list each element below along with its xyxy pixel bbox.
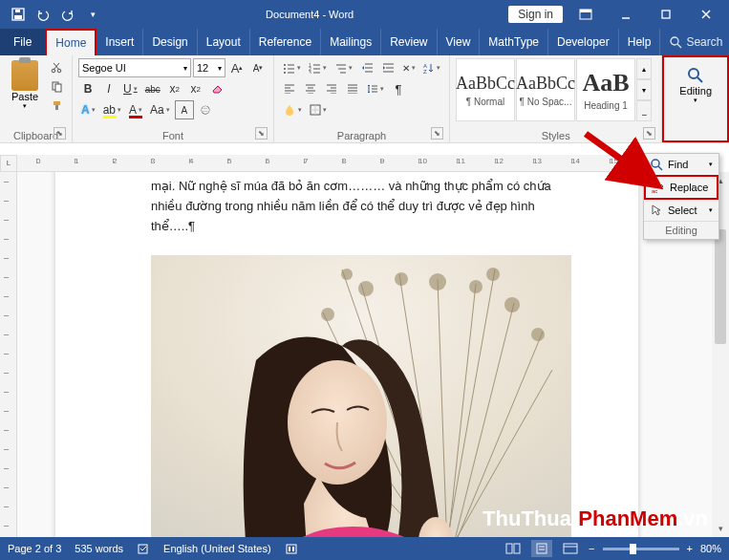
paste-button[interactable]: Paste ▾ [6,58,44,112]
replace-menuitem[interactable]: abac Replace [644,175,718,200]
align-right-button[interactable] [322,79,341,98]
find-menuitem[interactable]: Find ▾ [644,154,718,175]
align-center-button[interactable] [301,79,320,98]
style-nospacing[interactable]: AaBbCc¶ No Spac... [516,58,575,121]
sort-button[interactable]: AZ [420,58,443,77]
increase-indent-button[interactable] [378,58,397,77]
paragraph-text[interactable]: mại. Nữ nghệ sĩ múa đã bỏ ăn cơm……… và n… [151,177,581,236]
superscript-button[interactable]: x2 [186,79,205,98]
paragraph-launcher[interactable]: ⬊ [431,127,443,140]
outdent-icon [361,62,374,74]
redo-icon[interactable] [57,4,78,25]
word-count[interactable]: 535 words [75,543,123,554]
char-border-button[interactable]: A [175,100,194,119]
clipboard-launcher[interactable]: ⬊ [54,127,66,140]
styles-expand[interactable]: ⎯ [636,100,652,121]
select-menuitem[interactable]: Select ▾ [644,200,718,221]
text-effects-button[interactable]: A [78,100,98,119]
tab-insert[interactable]: Insert [96,29,143,55]
show-hide-button[interactable]: ¶ [389,79,408,98]
decrease-indent-button[interactable] [357,58,376,77]
save-icon[interactable] [8,4,29,25]
enclose-char-button[interactable]: ㊁ [196,100,215,119]
font-size-select[interactable]: 12▾ [193,58,225,77]
embedded-image[interactable] [151,255,571,537]
editing-button[interactable]: Editing ▾ [670,60,721,110]
font-launcher[interactable]: ⬊ [255,127,268,140]
line-spacing-button[interactable] [364,79,387,98]
clear-format-button[interactable] [207,79,228,98]
vertical-ruler[interactable] [0,172,17,537]
horizontal-ruler[interactable]: 01234567891011121314151617 [17,155,712,172]
language-indicator[interactable]: English (United States) [163,543,271,554]
zoom-out-button[interactable]: − [589,543,594,554]
tab-design[interactable]: Design [143,29,197,55]
copy-button[interactable] [47,77,66,95]
zoom-level[interactable]: 80% [700,543,721,554]
styles-scroll-up[interactable]: ▴ [636,58,652,79]
read-mode-icon[interactable] [503,540,524,557]
page[interactable]: mại. Nữ nghệ sĩ múa đã bỏ ăn cơm……… và n… [55,172,638,537]
styles-launcher[interactable]: ⬊ [643,127,655,140]
svg-rect-104 [292,547,294,551]
sort-icon: AZ [423,62,435,74]
tab-help[interactable]: Help [619,29,661,55]
bullets-button[interactable] [280,58,304,77]
style-heading1[interactable]: AaBHeading 1 [576,58,635,121]
tab-developer[interactable]: Developer [548,29,619,55]
font-name-select[interactable]: Segoe UI▾ [78,58,191,77]
undo-icon[interactable] [32,4,54,25]
tab-review[interactable]: Review [381,29,437,55]
tab-view[interactable]: View [438,29,481,55]
print-layout-icon[interactable] [531,540,552,557]
bold-button[interactable]: B [78,79,97,98]
svg-rect-22 [54,101,60,105]
zoom-slider[interactable] [603,548,679,550]
close-icon[interactable] [689,0,723,29]
macro-indicator[interactable] [285,542,298,555]
tab-references[interactable]: Reference [250,29,321,55]
shrink-font-button[interactable]: A▾ [248,58,268,77]
page-indicator[interactable]: Page 2 of 3 [8,543,61,554]
underline-button[interactable]: U [120,79,140,98]
scroll-thumb[interactable] [715,229,726,344]
change-case-button[interactable]: Aa [147,100,173,119]
svg-point-89 [358,281,374,296]
svg-rect-110 [564,544,577,553]
scroll-down-icon[interactable]: ▾ [712,520,729,537]
web-layout-icon[interactable] [560,540,581,557]
tell-me-search[interactable]: Search [660,29,729,55]
strikethrough-button[interactable]: abc [142,79,163,98]
zoom-in-button[interactable]: + [687,543,693,554]
font-color-button[interactable]: A [126,100,145,119]
cut-button[interactable] [47,58,66,75]
tab-layout[interactable]: Layout [198,29,250,55]
justify-button[interactable] [343,79,362,98]
borders-button[interactable] [307,100,330,119]
subscript-button[interactable]: x2 [165,79,184,98]
tab-mailings[interactable]: Mailings [321,29,381,55]
numbering-button[interactable]: 123 [306,58,330,77]
style-normal[interactable]: AaBbCc¶ Normal [456,58,515,121]
sign-in-button[interactable]: Sign in [508,6,563,23]
format-painter-button[interactable] [47,97,66,114]
ribbon-options-icon[interactable] [568,0,603,29]
qat-more-icon[interactable]: ▾ [82,4,103,25]
spell-check-icon[interactable] [137,542,150,555]
styles-scroll-down[interactable]: ▾ [636,79,652,100]
shading-button[interactable] [280,100,305,119]
tab-file[interactable]: File [0,29,45,55]
grow-font-button[interactable]: A▴ [227,58,247,77]
multilevel-icon [334,62,347,74]
highlight-button[interactable]: ab [100,100,124,119]
multilevel-button[interactable] [332,58,355,77]
svg-rect-107 [537,544,547,553]
align-left-button[interactable] [280,79,299,98]
italic-button[interactable]: I [99,79,118,98]
maximize-icon[interactable] [649,0,683,29]
asian-layout-button[interactable]: ✕ [399,58,418,77]
zoom-handle[interactable] [630,544,636,554]
minimize-icon[interactable] [609,0,643,29]
tab-home[interactable]: Home [45,29,96,55]
tab-mathtype[interactable]: MathType [480,29,548,55]
